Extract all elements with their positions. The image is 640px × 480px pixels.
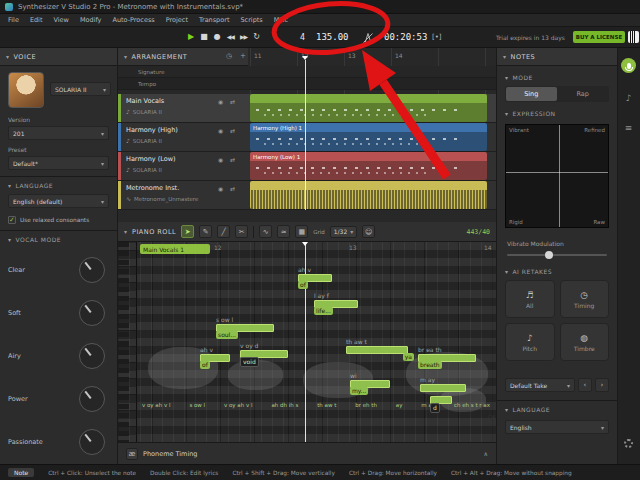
note[interactable]: th aw t ya [346, 346, 408, 354]
playhead-handle[interactable] [302, 242, 308, 246]
collapse-icon[interactable]: ∧ [484, 450, 488, 457]
solo-button[interactable]: ⇄ [230, 98, 235, 105]
power-knob[interactable] [79, 386, 105, 412]
note[interactable]: v oy d void [240, 350, 288, 358]
lyric-tag[interactable]: d [430, 403, 440, 413]
loop-button[interactable]: ↻ [253, 31, 260, 43]
track-row-metronome[interactable]: Metronome Inst. ∿Metronome_Unmastere ◉ ⇄ [118, 181, 496, 210]
region-metronome[interactable] [250, 181, 487, 209]
quantize-icon[interactable]: ▦ [295, 225, 308, 238]
note-language-select[interactable]: English ▾ [505, 420, 609, 434]
settings-tab-icon[interactable] [621, 436, 636, 451]
region-main-vocals[interactable] [250, 94, 487, 122]
add-track-button[interactable]: + [240, 52, 246, 60]
tempo-marker-icon[interactable]: ◷ [226, 52, 232, 60]
retake-timing-button[interactable]: ◷ Timing [560, 280, 610, 318]
note[interactable]: l ay f life... [314, 300, 358, 308]
previous-take-button[interactable]: ‹ [578, 378, 592, 392]
tempo-lane[interactable]: Tempo [118, 78, 496, 90]
stop-button[interactable]: ■ [200, 31, 208, 43]
notes-tab-icon[interactable]: ♪ [621, 90, 636, 105]
note-language-section-header[interactable]: ▾ LANGUAGE [505, 406, 550, 413]
retake-pitch-button[interactable]: ♪ Pitch [505, 323, 555, 361]
mode-section-header[interactable]: ▾ MODE [505, 74, 533, 81]
buy-license-button[interactable]: BUY A LICENSE [573, 31, 625, 43]
airy-knob[interactable] [79, 343, 105, 369]
note[interactable]: s ow l soul... [216, 324, 274, 332]
expression-pad[interactable]: Vibrant Refined Rigid Raw [505, 124, 609, 228]
menu-edit[interactable]: Edit [30, 16, 43, 24]
lyric-tag[interactable]: void [240, 357, 259, 367]
record-button[interactable]: ● [214, 31, 221, 43]
lyric-tag[interactable]: soul... [216, 331, 238, 339]
voice-panel-header[interactable]: ▾ VOICE [0, 48, 117, 66]
preset-select[interactable]: Default* ▾ [8, 156, 109, 170]
relaxed-consonants-row[interactable]: ✓ Use relaxed consonants [8, 216, 89, 224]
pointer-tool-icon[interactable]: ➤ [181, 225, 194, 238]
note-bar[interactable] [420, 384, 466, 392]
tempo-display[interactable]: 135.00 [316, 32, 349, 42]
solo-button[interactable]: ⇄ [230, 156, 235, 163]
menu-project[interactable]: Project [166, 16, 188, 24]
note[interactable]: ah v of [298, 274, 332, 282]
menu-scripts[interactable]: Scripts [240, 16, 262, 24]
piano-keys[interactable] [118, 242, 137, 442]
mute-button[interactable]: ◉ [218, 156, 223, 163]
voice-select[interactable]: SOLARIA II ▾ [50, 82, 111, 96]
playhead-handle[interactable] [302, 56, 308, 60]
sing-mode-button[interactable]: Sing [506, 87, 557, 101]
phoneme-segment[interactable]: ay [396, 402, 403, 408]
metronome-icon[interactable] [362, 32, 374, 44]
phoneme-segment[interactable]: br eh th [355, 402, 377, 408]
expression-section-header[interactable]: ▾ EXPRESSION [505, 110, 556, 117]
track-row-main-vocals[interactable]: Main Vocals ♪SOLARIA II ◉ ⇄ [118, 94, 496, 123]
knife-tool-icon[interactable]: ✂ [235, 225, 248, 238]
menu-misc[interactable]: Misc [274, 16, 288, 24]
grid-select[interactable]: 1/32 ▾ [330, 226, 358, 238]
phoneme-segment[interactable]: th aw t [317, 402, 336, 408]
next-take-button[interactable]: › [595, 378, 609, 392]
lyric-tag[interactable]: breath [418, 361, 442, 369]
voice-avatar[interactable] [8, 72, 44, 108]
voice-tab-icon[interactable] [621, 58, 636, 73]
forward-button[interactable]: ▶▶ [240, 31, 247, 43]
params-tab-icon[interactable]: ≡ [621, 120, 636, 135]
retake-face-icon[interactable]: ☺ [362, 225, 375, 238]
punch-marker-icon[interactable]: [•] [432, 33, 442, 41]
lyric-tag[interactable]: of [298, 281, 308, 289]
menu-transport[interactable]: Transport [199, 16, 230, 24]
slider-handle[interactable] [545, 251, 553, 259]
play-button[interactable]: ▶ [188, 31, 194, 43]
lyric-tag[interactable]: of [200, 361, 210, 369]
time-signature[interactable]: 4 [300, 33, 305, 42]
menu-auto-process[interactable]: Auto-Process [112, 16, 154, 24]
phoneme-segment[interactable]: ch eh s t r ax [454, 402, 490, 408]
phoneme-segment[interactable]: s ow l [189, 402, 205, 408]
note-group-tag[interactable]: Main Vocals 1 [140, 244, 210, 254]
rap-mode-button[interactable]: Rap [558, 87, 609, 101]
menu-view[interactable]: View [53, 16, 68, 24]
glide-tool-icon[interactable]: ≈ [277, 225, 290, 238]
pencil-tool-icon[interactable]: ✎ [199, 225, 212, 238]
vibrato-tool-icon[interactable]: ∿ [259, 225, 272, 238]
clear-knob[interactable] [79, 257, 105, 283]
passionate-knob[interactable] [79, 429, 105, 455]
region-harmony-high[interactable]: Harmony (High) 1 [250, 123, 487, 151]
note[interactable]: ah v of [200, 354, 230, 362]
language-section-header[interactable]: ▾ LANGUAGE [8, 182, 53, 189]
note[interactable]: br ea th breath [418, 354, 476, 362]
take-select[interactable]: Default Take ▾ [505, 378, 575, 392]
lyric-tag[interactable]: my... [350, 387, 368, 395]
phoneme-segment[interactable]: v oy ah v l [224, 402, 253, 408]
checkbox-checked-icon[interactable]: ✓ [8, 216, 16, 224]
solo-button[interactable]: ⇄ [230, 185, 235, 192]
track-row-harmony-low[interactable]: Harmony (Low) ♪SOLARIA II ◉ ⇄ Harmony (L… [118, 152, 496, 181]
note-bar[interactable] [346, 346, 408, 354]
voice-language-select[interactable]: English (default) ▾ [8, 194, 109, 208]
phoneme-segment[interactable]: ah dh ih s [271, 402, 298, 408]
track-row-harmony-high[interactable]: Harmony (High) ♪SOLARIA II ◉ ⇄ Harmony (… [118, 123, 496, 152]
notes-panel-header[interactable]: ▾ NOTES [497, 48, 617, 66]
retake-timbre-button[interactable]: ◍ Timbre [560, 323, 610, 361]
lyric-tag[interactable]: life... [314, 307, 333, 315]
menu-modify[interactable]: Modify [80, 16, 102, 24]
